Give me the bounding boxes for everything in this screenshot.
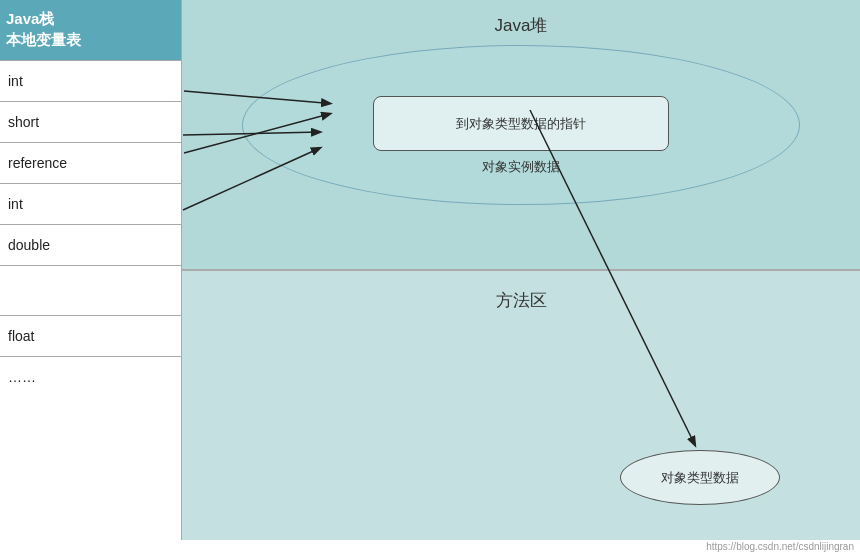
method-title: 方法区 — [182, 271, 860, 312]
right-area: Java堆 到对象类型数据的指针 对象实例数据 — [182, 0, 860, 540]
inner-rect: 到对象类型数据的指针 — [373, 96, 669, 151]
sidebar: Java栈本地变量表 int short reference int doubl… — [0, 0, 182, 540]
url-bar: https://blog.csdn.net/csdnlijingran — [0, 540, 860, 554]
method-ellipse-label: 对象类型数据 — [661, 469, 739, 487]
sidebar-row-empty — [0, 265, 181, 315]
main-container: Java栈本地变量表 int short reference int doubl… — [0, 0, 860, 540]
heap-title: Java堆 — [182, 0, 860, 37]
heap-area: Java堆 到对象类型数据的指针 对象实例数据 — [182, 0, 860, 271]
sidebar-header: Java栈本地变量表 — [0, 0, 181, 60]
sidebar-row-ellipsis: …… — [0, 356, 181, 397]
sidebar-row-double: double — [0, 224, 181, 265]
method-ellipse: 对象类型数据 — [620, 450, 780, 505]
method-area: 方法区 对象类型数据 — [182, 271, 860, 540]
sidebar-row-int2: int — [0, 183, 181, 224]
sidebar-row-reference: reference — [0, 142, 181, 183]
sidebar-row-short: short — [0, 101, 181, 142]
sidebar-row-float: float — [0, 315, 181, 356]
outer-ellipse: 到对象类型数据的指针 对象实例数据 — [242, 45, 800, 205]
sidebar-row-int1: int — [0, 60, 181, 101]
instance-data-label: 对象实例数据 — [243, 158, 799, 176]
inner-rect-label: 到对象类型数据的指针 — [456, 115, 586, 133]
